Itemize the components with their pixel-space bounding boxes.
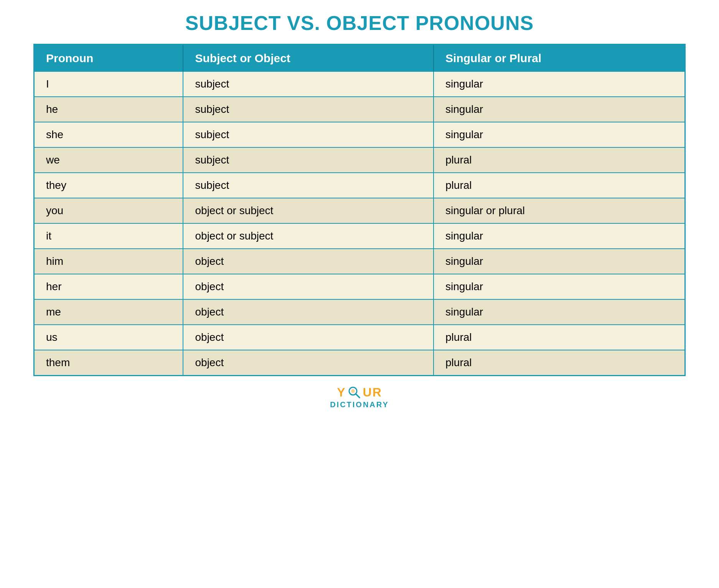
- yourdictionary-logo: Y UR DICTIONARY: [330, 385, 389, 409]
- cell-singular-plural: plural: [434, 350, 684, 375]
- cell-subject-object: subject: [183, 122, 434, 147]
- cell-subject-object: subject: [183, 72, 434, 97]
- logo-our-text: UR: [363, 385, 382, 400]
- table-row: themobjectplural: [35, 350, 684, 375]
- table-row: meobjectsingular: [35, 299, 684, 325]
- cell-pronoun: it: [35, 223, 183, 249]
- cell-pronoun: them: [35, 350, 183, 375]
- cell-pronoun: he: [35, 97, 183, 122]
- table-row: herobjectsingular: [35, 274, 684, 299]
- cell-singular-plural: singular: [434, 72, 684, 97]
- footer: Y UR DICTIONARY: [330, 385, 389, 409]
- cell-subject-object: object: [183, 274, 434, 299]
- table-row: hesubjectsingular: [35, 97, 684, 122]
- cell-pronoun: you: [35, 198, 183, 223]
- cell-pronoun: me: [35, 299, 183, 325]
- table-row: himobjectsingular: [35, 249, 684, 274]
- cell-singular-plural: singular: [434, 223, 684, 249]
- svg-point-2: [351, 389, 355, 393]
- cell-subject-object: subject: [183, 97, 434, 122]
- header-pronoun: Pronoun: [35, 45, 183, 72]
- table-row: theysubjectplural: [35, 173, 684, 198]
- cell-subject-object: object: [183, 350, 434, 375]
- cell-pronoun: him: [35, 249, 183, 274]
- cell-subject-object: object: [183, 299, 434, 325]
- cell-subject-object: subject: [183, 147, 434, 173]
- cell-pronoun: us: [35, 325, 183, 350]
- cell-pronoun: I: [35, 72, 183, 97]
- pronoun-table: Pronoun Subject or Object Singular or Pl…: [33, 44, 686, 376]
- table-row: wesubjectplural: [35, 147, 684, 173]
- cell-singular-plural: plural: [434, 173, 684, 198]
- table-header-row: Pronoun Subject or Object Singular or Pl…: [35, 45, 684, 72]
- cell-subject-object: object: [183, 325, 434, 350]
- header-subject-object: Subject or Object: [183, 45, 434, 72]
- svg-line-1: [356, 394, 360, 398]
- cell-subject-object: object: [183, 249, 434, 274]
- logo-your-text: Y: [337, 385, 346, 400]
- cell-singular-plural: singular: [434, 299, 684, 325]
- page-title: SUBJECT VS. OBJECT PRONOUNS: [185, 12, 534, 35]
- cell-pronoun: she: [35, 122, 183, 147]
- cell-singular-plural: plural: [434, 147, 684, 173]
- cell-subject-object: object or subject: [183, 223, 434, 249]
- cell-subject-object: subject: [183, 173, 434, 198]
- logo-magnifier-icon: [348, 386, 361, 400]
- cell-singular-plural: singular: [434, 249, 684, 274]
- cell-singular-plural: singular: [434, 97, 684, 122]
- logo-dictionary-text: DICTIONARY: [330, 400, 389, 409]
- cell-singular-plural: plural: [434, 325, 684, 350]
- cell-pronoun: we: [35, 147, 183, 173]
- cell-singular-plural: singular or plural: [434, 198, 684, 223]
- cell-singular-plural: singular: [434, 122, 684, 147]
- table-row: shesubjectsingular: [35, 122, 684, 147]
- cell-pronoun: they: [35, 173, 183, 198]
- table-row: Isubjectsingular: [35, 72, 684, 97]
- table-row: usobjectplural: [35, 325, 684, 350]
- header-singular-plural: Singular or Plural: [434, 45, 684, 72]
- cell-subject-object: object or subject: [183, 198, 434, 223]
- table-row: itobject or subjectsingular: [35, 223, 684, 249]
- cell-pronoun: her: [35, 274, 183, 299]
- cell-singular-plural: singular: [434, 274, 684, 299]
- table-row: youobject or subjectsingular or plural: [35, 198, 684, 223]
